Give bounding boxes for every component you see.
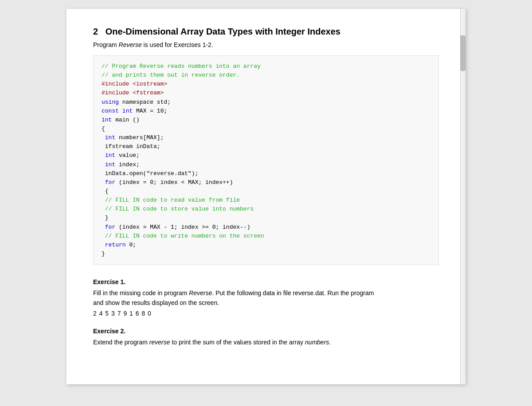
section-title: One-Dimensional Array Data Types with In…	[106, 27, 340, 36]
exercise-2-section: Exercise 2. Extend the program reverse t…	[93, 328, 439, 347]
scrollbar[interactable]	[460, 9, 466, 384]
exercise-2-title: Exercise 2.	[93, 328, 439, 335]
page-container: 2 One-Dimensional Array Data Types with …	[66, 9, 466, 384]
subtitle: Program Reverse is used for Exercises 1-…	[93, 41, 439, 48]
exercise-2-text3: .	[329, 339, 331, 346]
code-line-12: int index;	[102, 161, 140, 168]
exercise-2-array-name: numbers	[305, 339, 329, 346]
exercise-2-program-name: reverse	[149, 339, 170, 346]
code-line-15: {	[102, 188, 109, 195]
scrollbar-thumb[interactable]	[460, 35, 466, 71]
code-line-16: // FILL IN code to read value from file	[102, 197, 240, 203]
code-line-21: return 0;	[102, 242, 136, 248]
exercise-1-title: Exercise 1.	[93, 278, 439, 285]
code-line-1: // Program Reverse reads numbers into an…	[102, 63, 261, 70]
exercise-1-section: Exercise 1. Fill in the missing code in …	[93, 278, 439, 317]
code-line-19: for (index = MAX - 1; index >= 0; index-…	[102, 224, 250, 230]
code-line-22: }	[102, 250, 105, 257]
code-line-11: int value;	[102, 152, 140, 159]
code-line-7: int main ()	[102, 117, 140, 123]
section-heading: 2 One-Dimensional Array Data Types with …	[93, 27, 439, 37]
exercise-1-text3: and show the results displayed on the sc…	[93, 299, 219, 306]
code-line-14: for (index = 0; index < MAX; index++)	[102, 179, 233, 186]
subtitle-program-name: Reverse	[119, 41, 142, 48]
exercise-1-program-name: Reverse	[189, 289, 212, 297]
subtitle-program-label: Program	[93, 41, 117, 48]
exercise-2-text2: to print the sum of the values stored in…	[170, 339, 305, 346]
code-line-6: const int MAX = 10;	[102, 108, 167, 114]
section-number: 2	[93, 27, 98, 36]
code-line-10: ifstream inData;	[102, 143, 160, 150]
code-line-20: // FILL IN code to write numbers on the …	[102, 233, 264, 239]
code-line-5: using namespace std;	[102, 99, 171, 105]
code-line-2: // and prints them out in reverse order.	[102, 72, 240, 78]
exercise-1-text: Fill in the missing code in program Reve…	[93, 288, 439, 308]
exercise-1-text1: Fill in the missing code in program	[93, 289, 189, 297]
code-line-18: }	[102, 215, 109, 221]
exercise-2-text: Extend the program reverse to print the …	[93, 337, 439, 347]
code-line-9: int numbers[MAX];	[102, 134, 164, 141]
subtitle-rest: is used for Exercises 1-2.	[144, 41, 213, 48]
code-line-8: {	[102, 125, 105, 132]
exercise-1-data-sequence: 2 4 5 3 7 9 1 6 8 0	[93, 310, 439, 317]
code-block: // Program Reverse reads numbers into an…	[93, 55, 439, 265]
code-line-4: #include <fstream>	[102, 90, 164, 96]
code-line-13: inData.open("reverse.dat");	[102, 170, 198, 177]
exercise-1-text2: . Put the following data in file reverse…	[212, 289, 374, 297]
exercise-2-text1: Extend the program	[93, 339, 149, 346]
code-line-3: #include <iostream>	[102, 81, 167, 87]
code-line-17: // FILL IN code to store value into numb…	[102, 206, 254, 212]
